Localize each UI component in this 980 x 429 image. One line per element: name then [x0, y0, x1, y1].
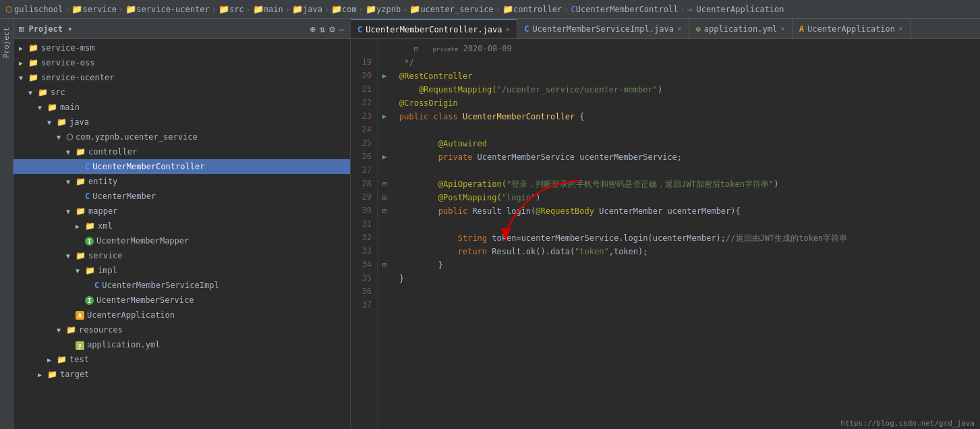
- code-line: private UcenterMemberService ucenterMemb…: [399, 150, 980, 164]
- breadcrumb-item[interactable]: gulischool: [14, 5, 63, 14]
- code-editor: 19 20 21 22 23 24 25 26 27 28 29 30 31 3…: [351, 39, 980, 429]
- tab-close-icon[interactable]: ✕: [506, 25, 511, 34]
- code-line: @RequestMapping("/ucenter_service/ucente…: [399, 83, 980, 96]
- tab-close-icon[interactable]: ✕: [677, 24, 682, 33]
- tree-item-entity[interactable]: ▼ 📁 entity: [13, 174, 350, 189]
- code-line: return Result.ok().data("token",token);: [399, 245, 980, 258]
- tree-item-package[interactable]: ▼ ⬡ com.yzpnb.ucenter_service: [13, 130, 350, 144]
- breadcrumb-item[interactable]: controller: [513, 5, 562, 14]
- code-line: @RestController: [399, 69, 980, 83]
- breadcrumb-item[interactable]: UcenterMemberControll: [576, 5, 679, 14]
- tree-item-controller[interactable]: ▼ 📁 controller: [13, 144, 350, 159]
- tree-item-ucenter-member-service[interactable]: I UcenterMemberService: [13, 293, 350, 308]
- code-line: @ApiOperation("登录，判断登录的手机号和密码是否正确，返回JWT加…: [399, 177, 980, 191]
- code-line: @Autowired: [399, 137, 980, 150]
- breadcrumb-folder-icon: 📁: [253, 4, 264, 14]
- breadcrumb-file-icon: C: [571, 5, 575, 14]
- breadcrumb-folder-icon: 📁: [71, 4, 82, 14]
- code-gutter: ▶ ▶ ▶ ⊟ ⊟ ⊟ ⊟: [378, 39, 391, 429]
- breadcrumb-item[interactable]: service-ucenter: [136, 5, 209, 14]
- bottom-url-bar: https://blog.csdn.net/grd_java: [835, 418, 980, 429]
- code-line: [399, 164, 980, 177]
- breadcrumb-item[interactable]: ucenter_service: [420, 5, 493, 14]
- line-numbers: 19 20 21 22 23 24 25 26 27 28 29 30 31 3…: [351, 39, 378, 429]
- code-line: */: [399, 56, 980, 69]
- sort-icon[interactable]: ⇅: [320, 24, 325, 34]
- tree-item-target[interactable]: ▶ 📁 target: [13, 367, 350, 382]
- side-tab[interactable]: Project: [0, 19, 13, 429]
- code-line: }: [399, 258, 980, 272]
- fold-icon[interactable]: ⊟: [382, 207, 386, 214]
- project-header-title: ⊠ Project ▾: [19, 24, 306, 34]
- tab-ucenter-member-service-impl[interactable]: C UcenterMemberServiceImpl.java ✕: [517, 19, 689, 38]
- run-icon[interactable]: ▶: [382, 72, 387, 80]
- breadcrumb-arrow-icon: ⇒: [687, 4, 693, 14]
- code-line: [399, 218, 980, 231]
- tree-item-java[interactable]: ▼ 📁 java: [13, 115, 350, 130]
- breadcrumb-item[interactable]: UcenterApplication: [697, 5, 784, 14]
- code-line: public class UcenterMemberController {: [399, 110, 980, 123]
- code-line: }: [399, 272, 980, 285]
- tab-close-icon[interactable]: ✕: [780, 24, 785, 33]
- fold-icon[interactable]: ⊟: [382, 194, 386, 201]
- breadcrumb-folder-icon: 📁: [366, 4, 376, 14]
- tree-item-impl[interactable]: ▼ 📁 impl: [13, 263, 350, 278]
- run-icon[interactable]: ▶: [382, 152, 387, 161]
- code-line: ⊟ private 2020-08-09: [399, 42, 980, 56]
- url-text: https://blog.csdn.net/grd_java: [840, 419, 975, 428]
- tree-item-xml[interactable]: ▶ 📁 xml: [13, 219, 350, 233]
- tree-item-ucenter-member-service-impl[interactable]: C UcenterMemberServiceImpl: [13, 278, 350, 293]
- breadcrumb-item[interactable]: yzpnb: [376, 5, 401, 14]
- breadcrumb-item[interactable]: main: [264, 5, 283, 14]
- breadcrumb-folder-icon: 📁: [331, 4, 342, 14]
- tree-item-ucenter-member-controller[interactable]: C UcenterMemberController: [13, 159, 350, 174]
- breadcrumb-folder-icon: 📁: [502, 4, 513, 14]
- code-line: public Result login(@RequestBody Ucenter…: [399, 204, 980, 218]
- tab-close-icon[interactable]: ✕: [898, 24, 903, 33]
- tabs-bar: C UcenterMemberController.java ✕ C Ucent…: [351, 19, 980, 39]
- tree-item-main[interactable]: ▼ 📁 main: [13, 100, 350, 115]
- fold-icon[interactable]: ⊟: [382, 180, 386, 188]
- breadcrumb-folder-icon: 📁: [125, 4, 136, 14]
- tree-item-service-oss[interactable]: ▶ 📁 service-oss: [13, 55, 350, 70]
- tab-application-yml[interactable]: ⚙ application.yml ✕: [689, 19, 792, 38]
- tree-item-ucenter-member-mapper[interactable]: I UcenterMemberMapper: [13, 233, 350, 248]
- code-line: [399, 299, 980, 312]
- editor-area: C UcenterMemberController.java ✕ C Ucent…: [351, 19, 980, 429]
- tree-item-src[interactable]: ▼ 📁 src: [13, 85, 350, 100]
- tree-item-mapper[interactable]: ▼ 📁 mapper: [13, 204, 350, 219]
- run-icon[interactable]: ▶: [382, 112, 387, 121]
- breadcrumb-folder-icon: 📁: [409, 4, 420, 14]
- tree-item-ucenter-application[interactable]: A UcenterApplication: [13, 308, 350, 322]
- breadcrumb-root-icon: ⬡: [5, 5, 12, 14]
- tree-item-resources[interactable]: ▼ 📁 resources: [13, 322, 350, 337]
- breadcrumb-folder-icon: 📁: [292, 4, 303, 14]
- code-line: @PostMapping("login"): [399, 191, 980, 204]
- tree-item-service-ucenter[interactable]: ▼ 📁 service-ucenter: [13, 70, 350, 85]
- tree-item-test[interactable]: ▶ 📁 test: [13, 352, 350, 367]
- project-header: ⊠ Project ▾ ⊕ ⇅ ⚙ —: [13, 19, 350, 39]
- tree-item-service-msm[interactable]: ▶ 📁 service-msm: [13, 40, 350, 55]
- code-line: String token=ucenterMemberService.login(…: [399, 231, 980, 245]
- tree-item-application-yml[interactable]: y application.yml: [13, 337, 350, 352]
- code-content[interactable]: ⊟ private 2020-08-09 */ @RestController …: [391, 39, 980, 429]
- code-line: [399, 123, 980, 137]
- breadcrumb-item[interactable]: src: [229, 5, 244, 14]
- code-line: @CrossOrigin: [399, 96, 980, 110]
- tab-ucenter-member-controller[interactable]: C UcenterMemberController.java ✕: [351, 19, 517, 38]
- tree-item-service-folder[interactable]: ▼ 📁 service: [13, 248, 350, 263]
- minimize-icon[interactable]: —: [339, 24, 345, 34]
- breadcrumb-item[interactable]: service: [82, 5, 117, 14]
- tree-item-ucenter-member[interactable]: C UcenterMember: [13, 189, 350, 204]
- side-tab-label: Project: [1, 22, 12, 63]
- tab-ucenter-application[interactable]: A UcenterApplication ✕: [792, 19, 911, 38]
- breadcrumb-bar: ⬡ gulischool › 📁 service › 📁 service-uce…: [0, 0, 980, 19]
- project-panel: ⊠ Project ▾ ⊕ ⇅ ⚙ — ▶ 📁 service-msm ▶ 📁 …: [13, 19, 351, 429]
- fold-icon[interactable]: ⊟: [382, 261, 386, 268]
- project-tree: ▶ 📁 service-msm ▶ 📁 service-oss ▼ 📁 serv…: [13, 39, 350, 429]
- breadcrumb-item[interactable]: java: [303, 5, 322, 14]
- breadcrumb-folder-icon: 📁: [219, 4, 229, 14]
- settings-icon[interactable]: ⚙: [329, 24, 335, 34]
- breadcrumb-item[interactable]: com: [342, 5, 357, 14]
- add-icon[interactable]: ⊕: [310, 24, 315, 34]
